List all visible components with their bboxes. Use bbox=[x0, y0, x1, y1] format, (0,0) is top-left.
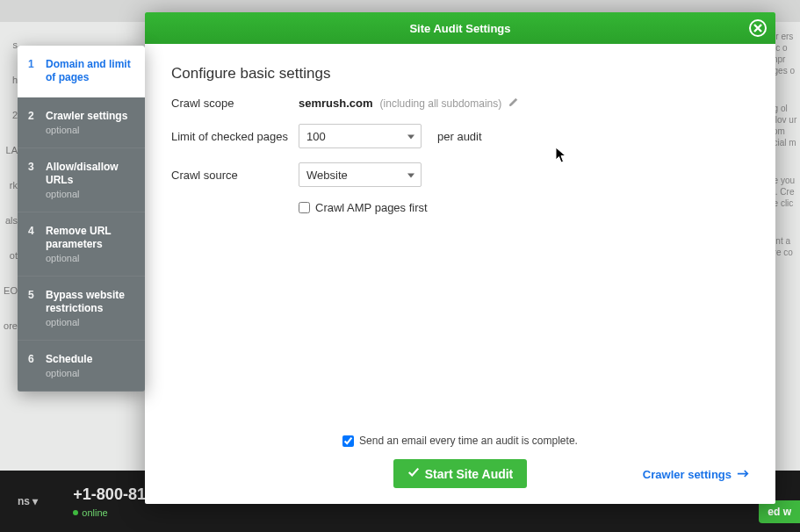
wizard-step-num: 2 bbox=[28, 110, 37, 135]
wizard-step-num: 1 bbox=[28, 58, 37, 84]
edit-crawl-scope-button[interactable] bbox=[508, 97, 519, 110]
wizard-step-title: Schedule bbox=[46, 353, 134, 366]
wizard-step-optional: optional bbox=[46, 253, 134, 263]
wizard-step-5[interactable]: 5 Bypass website restrictions optional bbox=[18, 277, 145, 341]
section-title: Configure basic settings bbox=[171, 65, 749, 83]
next-step-label: Crawler settings bbox=[643, 467, 732, 480]
bg-left-item: ot bbox=[10, 250, 18, 261]
row-crawl-source: Crawl source Website bbox=[171, 162, 749, 187]
amp-checkbox-label: Crawl AMP pages first bbox=[315, 201, 428, 214]
check-icon bbox=[407, 466, 420, 481]
modal-header: Site Audit Settings bbox=[145, 12, 775, 44]
wizard-step-2[interactable]: 2 Crawler settings optional bbox=[18, 97, 145, 148]
wizard-step-title: Bypass website restrictions bbox=[46, 289, 134, 315]
crawl-scope-note: (including all subdomains) bbox=[380, 97, 502, 110]
bg-footer-ns: ns ▾ bbox=[18, 495, 38, 507]
footer-actions: Start Site Audit Crawler settings bbox=[171, 459, 749, 488]
bg-left-item: LA bbox=[6, 145, 18, 155]
modal-title: Site Audit Settings bbox=[409, 22, 510, 35]
wizard-step-num: 5 bbox=[28, 289, 37, 327]
limit-pages-suffix: per audit bbox=[437, 130, 482, 143]
crawl-scope-label: Crawl scope bbox=[171, 97, 299, 110]
arrow-right-icon bbox=[737, 467, 749, 480]
wizard-step-optional: optional bbox=[46, 317, 134, 327]
modal-footer: Send an email every time an audit is com… bbox=[145, 426, 775, 504]
email-opt-row: Send an email every time an audit is com… bbox=[342, 435, 578, 447]
start-button-label: Start Site Audit bbox=[425, 467, 514, 481]
bg-footer-online: online bbox=[73, 507, 169, 518]
wizard-steps-sidebar: 1 Domain and limit of pages 2 Crawler se… bbox=[18, 46, 145, 392]
crawl-source-select[interactable]: Website bbox=[299, 162, 422, 187]
pencil-icon bbox=[508, 97, 519, 110]
email-opt-label: Send an email every time an audit is com… bbox=[359, 435, 578, 447]
modal-body: Configure basic settings Crawl scope sem… bbox=[145, 44, 775, 426]
crawl-scope-domain: semrush.com bbox=[299, 97, 373, 110]
wizard-step-title: Crawler settings bbox=[46, 110, 134, 123]
wizard-step-title: Domain and limit of pages bbox=[46, 58, 134, 84]
wizard-step-3[interactable]: 3 Allow/disallow URLs optional bbox=[18, 148, 145, 212]
close-button[interactable] bbox=[749, 19, 767, 37]
wizard-step-title: Allow/disallow URLs bbox=[46, 161, 134, 187]
limit-pages-select[interactable]: 100 bbox=[299, 124, 422, 148]
wizard-step-optional: optional bbox=[46, 189, 134, 199]
bg-left-item: EO bbox=[4, 285, 18, 296]
bg-left-item: rk bbox=[10, 180, 18, 191]
wizard-step-num: 3 bbox=[28, 161, 37, 199]
row-amp-checkbox: Crawl AMP pages first bbox=[299, 201, 749, 214]
wizard-step-1[interactable]: 1 Domain and limit of pages bbox=[18, 46, 145, 97]
amp-checkbox[interactable] bbox=[299, 202, 310, 213]
crawl-source-select-wrap: Website bbox=[299, 162, 422, 187]
wizard-step-optional: optional bbox=[46, 368, 134, 378]
crawl-scope-value: semrush.com (including all subdomains) bbox=[299, 97, 519, 110]
wizard-step-num: 4 bbox=[28, 225, 37, 263]
wizard-step-4[interactable]: 4 Remove URL parameters optional bbox=[18, 212, 145, 277]
bg-left-item: ore bbox=[4, 320, 18, 331]
wizard-step-optional: optional bbox=[46, 125, 134, 135]
start-site-audit-button[interactable]: Start Site Audit bbox=[393, 459, 528, 488]
next-step-link[interactable]: Crawler settings bbox=[643, 467, 749, 480]
limit-pages-select-wrap: 100 bbox=[299, 124, 422, 148]
wizard-step-6[interactable]: 6 Schedule optional bbox=[18, 341, 145, 392]
close-icon bbox=[753, 22, 762, 35]
row-crawl-scope: Crawl scope semrush.com (including all s… bbox=[171, 97, 749, 110]
limit-pages-label: Limit of checked pages bbox=[171, 130, 299, 143]
site-audit-settings-modal: Site Audit Settings Configure basic sett… bbox=[145, 12, 775, 504]
email-opt-checkbox[interactable] bbox=[342, 435, 354, 447]
wizard-step-title: Remove URL parameters bbox=[46, 225, 134, 251]
crawl-source-label: Crawl source bbox=[171, 169, 299, 182]
wizard-step-num: 6 bbox=[28, 353, 37, 378]
bg-left-item: als bbox=[5, 215, 18, 226]
row-limit-pages: Limit of checked pages 100 per audit bbox=[171, 124, 749, 148]
